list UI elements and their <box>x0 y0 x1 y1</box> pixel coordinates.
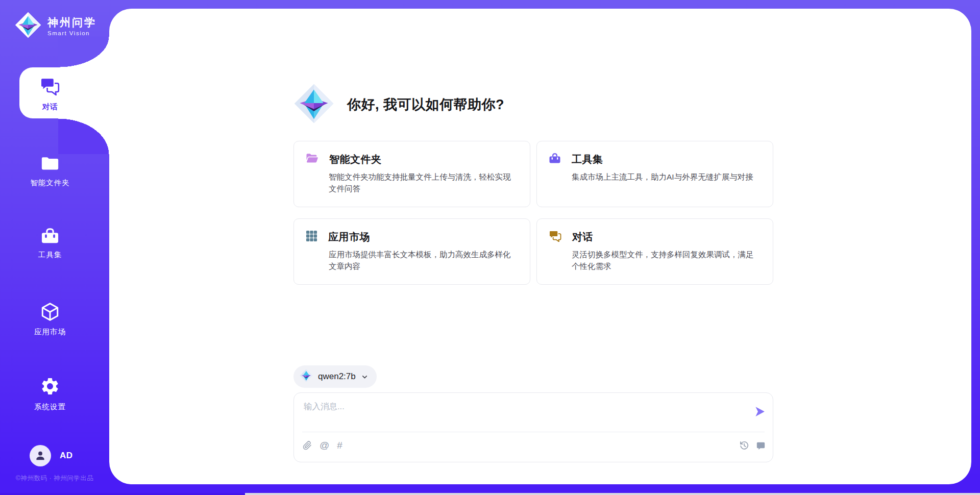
footer-credit: ©神州数码 · 神州问学出品 <box>0 474 109 483</box>
sidebar-item-chat[interactable]: 对话 <box>0 77 100 112</box>
card-title: 工具集 <box>572 153 603 166</box>
app-root: { "brand": { "name": "神州问学", "subtitle":… <box>0 0 980 495</box>
window-bottom-edge-dark <box>0 493 245 495</box>
brand-text: 神州问学 Smart Vision <box>47 16 96 36</box>
user-icon <box>34 450 46 462</box>
history-button[interactable] <box>739 440 749 451</box>
mention-button[interactable]: @ <box>320 440 329 451</box>
assistant-logo-icon <box>293 83 334 126</box>
sidebar-item-smart-folder[interactable]: 智能文件夹 <box>0 155 100 188</box>
greeting: 你好, 我可以如何帮助你? <box>293 83 504 126</box>
window-bottom-edge-light <box>245 493 980 495</box>
send-icon <box>753 405 766 418</box>
card-title: 对话 <box>572 230 593 244</box>
card-smart-folder[interactable]: 智能文件夹 智能文件夹功能支持批量文件上传与清洗，轻松实现文件问答 <box>293 141 530 207</box>
card-description: 智能文件夹功能支持批量文件上传与清洗，轻松实现文件问答 <box>329 171 518 194</box>
send-button[interactable] <box>753 405 766 418</box>
sidebar-item-app-market[interactable]: 应用市场 <box>0 302 100 337</box>
card-description: 灵活切换多模型文件，支持多样回复效果调试，满足个性化需求 <box>572 249 761 272</box>
toolbox-icon <box>549 153 561 166</box>
active-tab-fillet-bottom <box>58 118 109 154</box>
composer-tools-right <box>739 440 766 451</box>
card-title: 应用市场 <box>328 230 370 244</box>
model-logo-icon <box>300 369 313 384</box>
main-panel: 你好, 我可以如何帮助你? 智能文件夹 智能文件夹功能支持批量文件上传与清洗，轻… <box>109 9 971 484</box>
hashtag-button[interactable]: # <box>337 440 342 451</box>
sidebar-item-label: 对话 <box>42 102 58 112</box>
card-app-market[interactable]: 应用市场 应用市场提供丰富长文本模板，助力高效生成多样化文章内容 <box>293 218 530 285</box>
sidebar: 神州问学 Smart Vision 对话 智能文件夹 <box>0 0 109 493</box>
card-description: 集成市场上主流工具，助力AI与外界无缝扩展与对接 <box>572 171 761 183</box>
history-icon <box>739 440 749 451</box>
sidebar-item-label: 智能文件夹 <box>30 178 70 188</box>
brand-logo-icon <box>14 11 42 41</box>
grid-icon <box>306 230 317 244</box>
mention-icon: @ <box>320 440 329 451</box>
gear-icon <box>40 376 60 399</box>
chat-icon <box>40 77 60 98</box>
brand-subtitle: Smart Vision <box>47 30 96 36</box>
sidebar-item-label: 工具集 <box>38 250 62 260</box>
message-input-box: @ # <box>293 392 773 462</box>
folder-open-icon <box>306 153 318 166</box>
cube-icon <box>40 302 60 324</box>
avatar <box>30 445 51 466</box>
user-initials: AD <box>60 451 73 461</box>
greeting-title: 你好, 我可以如何帮助你? <box>347 95 504 114</box>
feature-cards: 智能文件夹 智能文件夹功能支持批量文件上传与清洗，轻松实现文件问答 工具集 <box>293 141 773 285</box>
active-tab-fillet-top <box>58 37 109 67</box>
card-toolbox[interactable]: 工具集 集成市场上主流工具，助力AI与外界无缝扩展与对接 <box>536 141 773 207</box>
paperclip-icon <box>303 441 312 450</box>
sidebar-item-toolbox[interactable]: 工具集 <box>0 227 100 260</box>
composer-tools-left: @ # <box>303 440 342 451</box>
sidebar-item-settings[interactable]: 系统设置 <box>0 376 100 412</box>
attach-button[interactable] <box>303 441 312 450</box>
toolbox-icon <box>40 227 60 246</box>
folder-icon <box>40 155 60 175</box>
input-divider <box>302 432 765 432</box>
main-content: 你好, 我可以如何帮助你? 智能文件夹 智能文件夹功能支持批量文件上传与清洗，轻… <box>293 9 773 484</box>
card-description: 应用市场提供丰富长文本模板，助力高效生成多样化文章内容 <box>329 249 518 272</box>
model-name: qwen2:7b <box>318 372 356 382</box>
chat-icon <box>549 230 561 244</box>
feedback-button[interactable] <box>756 441 766 451</box>
brand-name: 神州问学 <box>47 16 96 29</box>
card-chat[interactable]: 对话 灵活切换多模型文件，支持多样回复效果调试，满足个性化需求 <box>536 218 773 285</box>
message-input[interactable] <box>303 400 744 431</box>
chat-bubble-icon <box>756 441 766 451</box>
card-title: 智能文件夹 <box>329 153 382 166</box>
sidebar-item-label: 应用市场 <box>34 327 66 337</box>
model-selector[interactable]: qwen2:7b <box>293 365 377 388</box>
user-profile[interactable]: AD <box>30 445 73 466</box>
sidebar-item-label: 系统设置 <box>34 402 66 412</box>
hashtag-icon: # <box>337 440 342 451</box>
chevron-down-icon <box>361 373 369 381</box>
